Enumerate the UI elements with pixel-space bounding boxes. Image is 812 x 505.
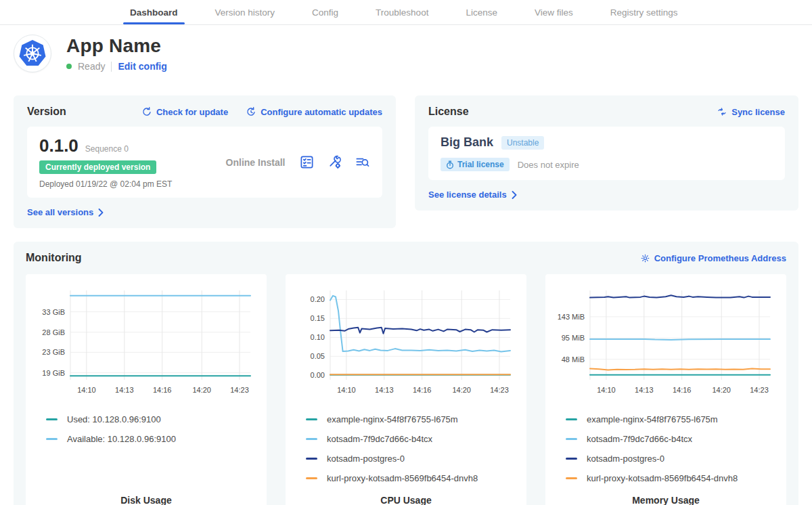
svg-text:0.20: 0.20	[311, 295, 325, 303]
tab-config[interactable]: Config	[312, 0, 338, 24]
legend-label: example-nginx-54f8f76755-l675m	[587, 414, 718, 424]
license-expiry: Does not expire	[518, 160, 579, 170]
scheduled-update-icon	[246, 106, 256, 117]
memory-usage-chart-card: 48 MiB95 MiB143 MiB14:1014:1314:1614:201…	[545, 274, 786, 505]
check-for-update-button[interactable]: Check for update	[141, 106, 228, 117]
legend-label: kurl-proxy-kotsadm-8569fb6454-dnvh8	[327, 473, 478, 483]
svg-text:14:23: 14:23	[490, 386, 509, 394]
legend-label: kurl-proxy-kotsadm-8569fb6454-dnvh8	[587, 473, 738, 483]
deployed-timestamp: Deployed 01/19/22 @ 02:04 pm EST	[39, 179, 212, 189]
preflight-checks-button[interactable]	[299, 154, 315, 170]
version-sequence: Sequence 0	[85, 144, 129, 154]
svg-text:19 GiB: 19 GiB	[42, 369, 65, 377]
see-all-versions-link[interactable]: See all versions	[27, 207, 104, 217]
stopwatch-icon	[446, 160, 454, 169]
license-type-badge: Trial license	[441, 158, 510, 171]
chevron-right-icon	[98, 208, 104, 217]
legend-item: example-nginx-54f8f76755-l675m	[566, 410, 781, 429]
legend-swatch	[306, 418, 317, 420]
legend-label: Available: 10.128.0.96:9100	[67, 434, 176, 444]
file-search-icon	[355, 154, 370, 170]
tab-troubleshoot[interactable]: Troubleshoot	[376, 0, 428, 24]
app-status: Ready	[78, 61, 105, 72]
chevron-right-icon	[512, 191, 517, 199]
legend-item: Available: 10.128.0.96:9100	[46, 429, 261, 449]
legend-item: Used: 10.128.0.96:9100	[46, 410, 261, 429]
current-version-panel: 0.1.0 Sequence 0 Currently deployed vers…	[27, 127, 382, 198]
sync-arrows-icon	[717, 106, 727, 117]
svg-text:14:10: 14:10	[597, 386, 616, 394]
svg-text:143 MiB: 143 MiB	[558, 313, 585, 321]
configure-prometheus-label: Configure Prometheus Address	[654, 253, 786, 263]
legend-swatch	[306, 477, 317, 479]
legend-swatch	[306, 438, 317, 440]
app-header: App Name Ready Edit config	[0, 25, 812, 76]
cpu-usage-chart-title: CPU Usage	[291, 488, 521, 505]
legend-label: Used: 10.128.0.96:9100	[67, 414, 161, 424]
version-card-title: Version	[27, 106, 66, 118]
see-license-details-link[interactable]: See license details	[428, 190, 517, 200]
legend-item: kurl-proxy-kotsadm-8569fb6454-dnvh8	[566, 468, 781, 488]
ready-status-dot	[66, 64, 72, 69]
tab-registry-settings[interactable]: Registry settings	[610, 0, 678, 24]
top-nav: DashboardVersion historyConfigTroublesho…	[0, 0, 812, 25]
configure-automatic-updates-label: Configure automatic updates	[261, 107, 382, 117]
svg-text:23 GiB: 23 GiB	[42, 348, 65, 356]
legend-item: kotsadm-postgres-0	[306, 449, 521, 468]
legend-item: kotsadm-postgres-0	[566, 449, 781, 468]
deployed-status-badge: Currently deployed version	[39, 160, 156, 174]
svg-text:0.05: 0.05	[311, 352, 325, 360]
svg-text:14:16: 14:16	[153, 386, 172, 394]
svg-text:33 GiB: 33 GiB	[42, 308, 65, 316]
divider	[111, 62, 112, 72]
legend-item: example-nginx-54f8f76755-l675m	[306, 410, 521, 429]
svg-text:14:13: 14:13	[635, 386, 654, 394]
svg-text:14:10: 14:10	[337, 386, 356, 394]
svg-text:14:13: 14:13	[115, 386, 134, 394]
memory-usage-chart-title: Memory Usage	[551, 488, 781, 505]
page-title: App Name	[66, 35, 167, 57]
license-customer-name: Big Bank	[441, 135, 493, 150]
edit-config-link[interactable]: Edit config	[118, 61, 166, 72]
tab-version-history[interactable]: Version history	[215, 0, 275, 24]
svg-text:14:16: 14:16	[673, 386, 692, 394]
checklist-icon	[299, 154, 315, 170]
svg-text:48 MiB: 48 MiB	[562, 355, 585, 364]
configure-prometheus-button[interactable]: Configure Prometheus Address	[640, 253, 786, 263]
legend-label: example-nginx-54f8f76755-l675m	[327, 414, 458, 424]
version-number: 0.1.0	[39, 135, 78, 156]
gear-icon	[640, 253, 650, 263]
svg-text:14:10: 14:10	[77, 386, 96, 394]
legend-swatch	[566, 458, 577, 460]
edit-config-gear-button[interactable]	[327, 154, 342, 170]
disk-usage-chart-title: Disk Usage	[31, 488, 261, 505]
disk-usage-chart: 19 GiB23 GiB28 GiB33 GiB14:1014:1314:161…	[31, 282, 261, 401]
app-logo	[14, 35, 51, 72]
kots-dashboard-page: DashboardVersion historyConfigTroublesho…	[0, 0, 812, 505]
svg-text:14:20: 14:20	[712, 386, 731, 394]
tab-view-files[interactable]: View files	[535, 0, 573, 24]
svg-text:14:23: 14:23	[750, 386, 769, 394]
license-panel: Big Bank Unstable Trial license	[428, 127, 785, 180]
legend-item: kurl-proxy-kotsadm-8569fb6454-dnvh8	[306, 468, 521, 488]
legend-swatch	[566, 418, 577, 420]
legend-label: kotsadm-7f9dc7d66c-b4tcx	[327, 434, 432, 444]
legend-swatch	[306, 458, 317, 460]
tab-dashboard[interactable]: Dashboard	[130, 0, 178, 24]
view-deploy-logs-button[interactable]	[355, 154, 370, 170]
refresh-icon	[141, 106, 152, 117]
see-license-details-label: See license details	[428, 190, 507, 200]
see-all-versions-label: See all versions	[27, 207, 93, 217]
install-type-label: Online Install	[212, 157, 299, 168]
wrench-gear-icon	[327, 154, 342, 170]
cpu-usage-chart: 0.000.050.100.150.2014:1014:1314:1614:20…	[291, 282, 521, 401]
legend-label: kotsadm-7f9dc7d66c-b4tcx	[587, 434, 692, 444]
tab-license[interactable]: License	[466, 0, 497, 24]
legend-swatch	[566, 477, 577, 479]
chart-canvas: 48 MiB95 MiB143 MiB14:1014:1314:1614:201…	[551, 282, 775, 399]
svg-text:14:23: 14:23	[230, 386, 249, 394]
svg-text:28 GiB: 28 GiB	[42, 328, 65, 336]
sync-license-button[interactable]: Sync license	[717, 106, 785, 117]
memory-usage-chart: 48 MiB95 MiB143 MiB14:1014:1314:1614:201…	[551, 282, 781, 401]
configure-automatic-updates-button[interactable]: Configure automatic updates	[246, 106, 382, 117]
